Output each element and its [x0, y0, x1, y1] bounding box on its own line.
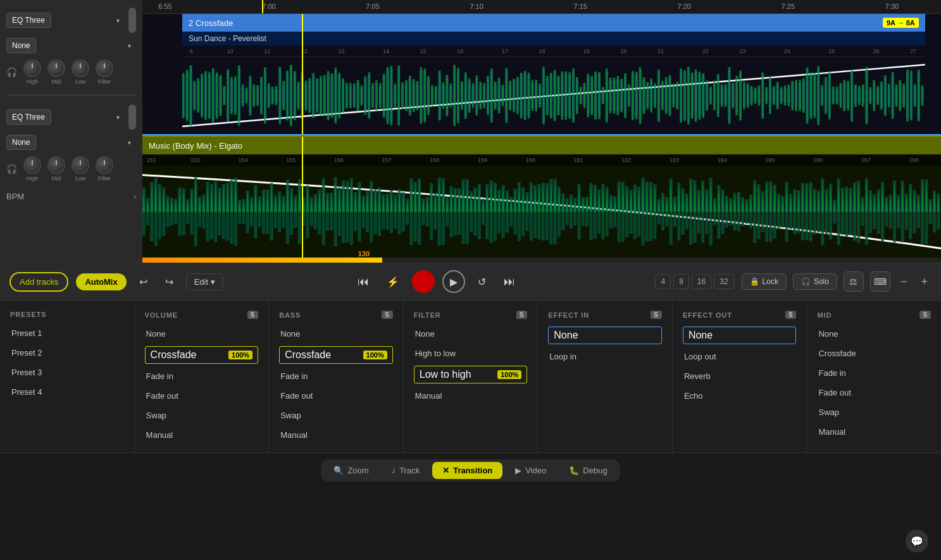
svg-rect-210: [568, 73, 571, 119]
volume-fade-out[interactable]: Fade out: [145, 389, 259, 403]
track2-filter-knob[interactable]: [96, 156, 113, 174]
track1-mid-knob[interactable]: [47, 59, 65, 77]
track1-none-select[interactable]: None: [6, 38, 36, 53]
bar-163: 163: [670, 157, 679, 163]
volume-crossfade[interactable]: Crossfade 100%: [145, 346, 259, 364]
edit-chevron-icon: ▾: [211, 277, 215, 287]
svg-rect-388: [899, 80, 902, 111]
svg-rect-374: [873, 80, 876, 111]
mid-fade-in[interactable]: Fade in: [817, 366, 931, 380]
nav-zoom[interactable]: 🔍 Zoom: [323, 462, 378, 479]
preset4-item[interactable]: Preset 4: [10, 385, 124, 399]
svg-rect-334: [799, 80, 801, 111]
filter-s-badge: S: [516, 311, 528, 319]
skip-back-button[interactable]: ⏮: [352, 273, 374, 291]
svg-rect-24: [223, 86, 226, 105]
track2-mid-label: Mid: [52, 175, 61, 182]
solo-button[interactable]: 🎧 Solo: [793, 273, 837, 290]
quantize-8[interactable]: 8: [673, 274, 689, 289]
filter-high-to-low[interactable]: High to low: [414, 346, 528, 361]
svg-rect-324: [780, 87, 783, 104]
track1-filter-knob[interactable]: [96, 59, 113, 77]
undo-button[interactable]: ↩: [134, 273, 153, 290]
effect-out-none[interactable]: None: [683, 327, 797, 344]
mid-none[interactable]: None: [817, 327, 931, 341]
redo-button[interactable]: ↪: [160, 273, 178, 290]
nav-track[interactable]: ♪ Track: [382, 462, 430, 479]
track1-high-knob[interactable]: [23, 59, 41, 77]
svg-rect-118: [397, 66, 400, 126]
mid-manual[interactable]: Manual: [817, 425, 931, 439]
playhead[interactable]: [262, 0, 263, 13]
volume-swap[interactable]: Swap: [145, 408, 259, 423]
svg-rect-346: [821, 85, 823, 106]
bass-crossfade[interactable]: Crossfade 100%: [279, 346, 393, 364]
time-mark-1: 7:00: [262, 3, 275, 10]
track2-low-knob[interactable]: [72, 156, 89, 174]
skip-fwd-button[interactable]: ⏭: [499, 273, 520, 291]
track1-eq-select[interactable]: EQ Three: [6, 13, 51, 28]
nav-transition[interactable]: ✕ Transition: [432, 462, 502, 479]
preset2-item[interactable]: Preset 2: [10, 345, 124, 360]
volume-manual[interactable]: Manual: [145, 428, 259, 442]
preset1-item[interactable]: Preset 1: [10, 326, 124, 340]
track2-mid-knob[interactable]: [47, 156, 65, 174]
add-tracks-button[interactable]: Add tracks: [9, 272, 68, 292]
volume-none[interactable]: None: [145, 327, 259, 341]
svg-rect-124: [409, 76, 411, 116]
edit-button[interactable]: Edit ▾: [186, 273, 223, 290]
volume-fade-in[interactable]: Fade in: [145, 369, 259, 383]
zoom-minus-button[interactable]: −: [897, 274, 911, 290]
svg-rect-82: [331, 73, 333, 118]
chat-icon-button[interactable]: 💬: [906, 530, 928, 552]
svg-rect-100: [365, 77, 367, 115]
keyboard-icon-button[interactable]: ⌨: [870, 271, 890, 292]
track1-low-knob[interactable]: [72, 59, 89, 77]
bass-fade-out[interactable]: Fade out: [279, 389, 393, 403]
effect-in-none[interactable]: None: [548, 327, 662, 344]
effect-out-echo[interactable]: Echo: [683, 389, 797, 403]
filter-manual[interactable]: Manual: [414, 389, 528, 403]
filter-icon-button[interactable]: ⚖: [844, 271, 864, 292]
svg-rect-364: [854, 84, 857, 106]
track1-scroll-handle[interactable]: [128, 8, 136, 33]
nav-video[interactable]: ▶ Video: [505, 462, 556, 479]
svg-rect-154: [464, 72, 467, 118]
track1-area[interactable]: 2 Crossfade 9A → 8A Sun Dance - Pevereli…: [142, 14, 941, 135]
mid-crossfade[interactable]: Crossfade: [817, 346, 931, 361]
bass-manual[interactable]: Manual: [279, 428, 393, 442]
mid-swap[interactable]: Swap: [817, 405, 931, 420]
lock-button[interactable]: 🔒 Lock: [742, 273, 787, 290]
svg-rect-196: [542, 67, 545, 125]
quantize-32[interactable]: 32: [714, 274, 733, 289]
zoom-plus-button[interactable]: +: [917, 274, 932, 290]
effect-out-loop-out[interactable]: Loop out: [683, 349, 797, 364]
loop-button[interactable]: ↺: [473, 273, 491, 290]
sync-button[interactable]: ⚡: [382, 273, 404, 290]
quantize-16[interactable]: 16: [692, 274, 711, 289]
quantize-4[interactable]: 4: [655, 274, 671, 289]
play-button[interactable]: ▶: [442, 270, 465, 293]
nav-debug[interactable]: 🐛 Debug: [559, 462, 617, 479]
effect-in-loop-in[interactable]: Loop in: [548, 349, 662, 364]
bass-fade-in[interactable]: Fade in: [279, 369, 393, 383]
filter-low-to-high[interactable]: Low to high 100%: [414, 366, 528, 383]
track1-playhead-line: [302, 14, 303, 134]
svg-rect-310: [754, 87, 757, 104]
effect-out-reverb[interactable]: Reverb: [683, 369, 797, 383]
track2-area[interactable]: Music (Body Mix) - Elgato 152 153 154 15…: [142, 135, 941, 258]
track2-eq-select[interactable]: EQ Three: [6, 109, 51, 125]
automix-button[interactable]: AutoMix: [76, 273, 126, 290]
bass-swap[interactable]: Swap: [279, 408, 393, 423]
preset3-item[interactable]: Preset 3: [10, 365, 124, 380]
svg-rect-294: [725, 84, 727, 106]
filter-none[interactable]: None: [414, 327, 528, 341]
svg-rect-116: [394, 84, 397, 107]
bass-none[interactable]: None: [279, 327, 393, 341]
mid-fade-out[interactable]: Fade out: [817, 385, 931, 400]
track2-none-select[interactable]: None: [6, 135, 36, 150]
bar-18: 18: [539, 48, 545, 54]
track2-scroll-handle[interactable]: [128, 104, 136, 130]
record-button[interactable]: [412, 270, 435, 293]
track2-high-knob[interactable]: [23, 156, 41, 174]
